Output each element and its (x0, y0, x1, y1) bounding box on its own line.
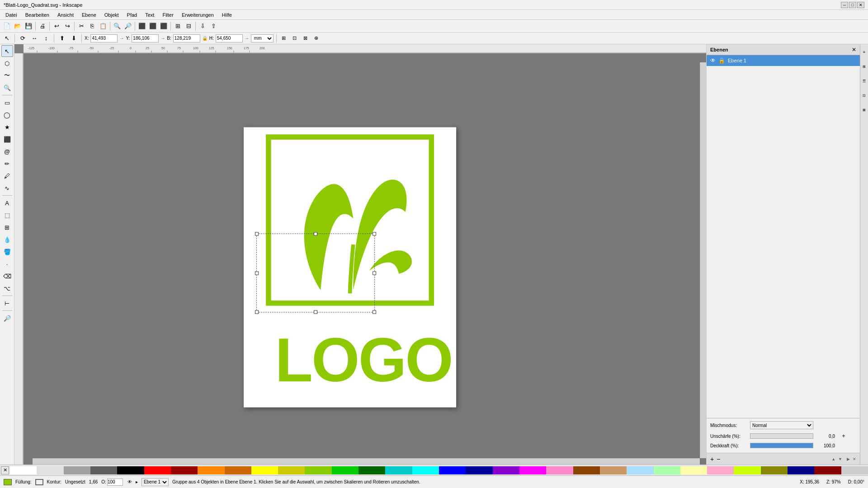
node-tool[interactable]: ⬡ (1, 57, 13, 69)
transform-icon[interactable]: ⟳ (18, 33, 28, 43)
pal-darkblue[interactable] (466, 466, 492, 474)
pal-darkorange[interactable] (225, 466, 251, 474)
layer-move-down-icon[interactable]: ▼ (838, 457, 842, 461)
align-mid-icon[interactable]: ⬇ (69, 33, 79, 43)
canvas-content[interactable]: LOGO (24, 53, 706, 465)
star-tool[interactable]: ★ (1, 121, 13, 133)
snap-icon2[interactable]: ⊡ (290, 34, 299, 43)
pal-teal[interactable] (385, 466, 412, 474)
connector-tool[interactable]: ⌥ (1, 282, 13, 294)
pencil-tool[interactable]: ✏ (1, 158, 13, 169)
unit-select[interactable]: mm px cm (251, 34, 274, 42)
layer-move-up-icon[interactable]: ▲ (831, 457, 835, 461)
zoom-out-icon[interactable]: 🔎 (123, 21, 133, 31)
layer-close-icon[interactable]: ✕ (853, 457, 856, 461)
pen-tool[interactable]: 🖊 (1, 170, 13, 182)
rect-tool[interactable]: ▭ (1, 97, 13, 108)
w-input[interactable] (173, 34, 200, 42)
right-strip-icon3[interactable]: ☰ (861, 74, 868, 88)
menu-text[interactable]: Text (142, 11, 158, 19)
right-strip-icon4[interactable]: ⊡ (861, 89, 868, 102)
canvas-area[interactable]: -125 -100 -75 -50 -25 0 25 50 75 (14, 44, 706, 465)
layers-close[interactable]: ✕ (852, 47, 856, 53)
pal-lime2[interactable] (734, 466, 760, 474)
pal-darkgreen[interactable] (359, 466, 385, 474)
layer-item[interactable]: 👁 🔒 Ebene 1 (707, 55, 860, 66)
circle-tool[interactable]: ◯ (1, 109, 13, 121)
pal-black[interactable] (117, 466, 144, 474)
close-button[interactable]: ✕ (857, 2, 864, 8)
pal-lightblue[interactable] (627, 466, 653, 474)
layer-add-button[interactable]: + (710, 455, 714, 463)
layer-delete-button[interactable]: − (717, 455, 720, 463)
vertical-scrollbar[interactable] (700, 62, 706, 458)
select-tool-small[interactable]: ↖ (2, 33, 12, 43)
paste-icon[interactable]: 📋 (98, 21, 108, 31)
spiral-tool[interactable]: @ (1, 145, 13, 157)
spray-tool[interactable]: · (1, 258, 13, 270)
save-icon[interactable]: 💾 (24, 21, 33, 31)
layer-selector[interactable]: Ebene 1 (142, 478, 169, 486)
mesh-tool[interactable]: ⊞ (1, 221, 13, 233)
pal-darkred[interactable] (171, 466, 198, 474)
open-file-icon[interactable]: 📂 (13, 21, 23, 31)
stroke-color-box[interactable] (35, 479, 43, 485)
pal-yellow[interactable] (251, 466, 278, 474)
redo-icon[interactable]: ↪ (62, 21, 72, 31)
align-top-icon[interactable]: ⬆ (57, 33, 67, 43)
import-icon[interactable]: ⇩ (198, 21, 208, 31)
h-input[interactable] (216, 34, 243, 42)
right-strip-icon1[interactable]: ≡ (861, 45, 868, 59)
pal-navy[interactable] (788, 466, 814, 474)
tweak-tool[interactable]: 〜 (1, 70, 13, 81)
3d-box-tool[interactable]: ⬛ (1, 133, 13, 145)
paint-bucket-tool[interactable]: 🪣 (1, 246, 13, 258)
align-center-icon[interactable]: ⬛ (148, 21, 158, 31)
pal-lightyellow[interactable] (680, 466, 707, 474)
pal-pink[interactable] (546, 466, 573, 474)
pal-blue[interactable] (439, 466, 466, 474)
eraser-tool[interactable]: ⌫ (1, 270, 13, 282)
no-color-button[interactable]: ✕ (1, 466, 9, 474)
pal-purple[interactable] (493, 466, 519, 474)
cut-icon[interactable]: ✂ (76, 21, 86, 31)
menu-ebene[interactable]: Ebene (78, 11, 100, 19)
unschaerfe-add-icon[interactable]: + (839, 431, 849, 441)
align-left-icon[interactable]: ⬛ (137, 21, 147, 31)
pal-magenta[interactable] (519, 466, 546, 474)
minimize-button[interactable]: ─ (841, 2, 848, 8)
maximize-button[interactable]: □ (849, 2, 856, 8)
print-icon[interactable]: 🖨 (38, 21, 47, 31)
undo-icon[interactable]: ↩ (52, 21, 61, 31)
menu-pfad[interactable]: Pfad (123, 11, 141, 19)
layer-options-icon[interactable]: ▶ (847, 457, 850, 461)
blend-select[interactable]: Normal Multiply Screen Overlay (750, 421, 813, 429)
visibility-icon[interactable]: 👁 (127, 479, 132, 484)
menu-hilfe[interactable]: Hilfe (218, 11, 236, 19)
pal-tan[interactable] (600, 466, 627, 474)
menu-bearbeiten[interactable]: Bearbeiten (22, 11, 53, 19)
pal-darkyellow[interactable] (278, 466, 305, 474)
horizontal-scrollbar[interactable] (33, 458, 700, 465)
layer-lock-icon[interactable]: 🔒 (718, 57, 725, 64)
gradient-tool[interactable]: ⬚ (1, 209, 13, 221)
export-icon[interactable]: ⇧ (208, 21, 218, 31)
pal-lightgray[interactable] (37, 466, 63, 474)
text-tool[interactable]: A (1, 197, 13, 209)
menu-objekt[interactable]: Objekt (101, 11, 123, 19)
x-input[interactable] (90, 34, 118, 42)
zoom-in-icon[interactable]: 🔍 (112, 21, 122, 31)
pal-brown[interactable] (573, 466, 600, 474)
pal-olive[interactable] (761, 466, 788, 474)
right-strip-icon5[interactable]: ⊠ (861, 103, 868, 117)
menu-datei[interactable]: Datei (2, 11, 21, 19)
new-file-icon[interactable]: 📄 (2, 21, 12, 31)
pal-cyan[interactable] (412, 466, 439, 474)
calligraphy-tool[interactable]: ∿ (1, 182, 13, 194)
pal-orange[interactable] (198, 466, 224, 474)
menu-ansicht[interactable]: Ansicht (54, 11, 77, 19)
select-tool[interactable]: ↖ (1, 45, 13, 57)
group-icon[interactable]: ⊞ (173, 21, 183, 31)
pal-lightpink[interactable] (707, 466, 734, 474)
fill-color-box[interactable] (4, 479, 12, 485)
